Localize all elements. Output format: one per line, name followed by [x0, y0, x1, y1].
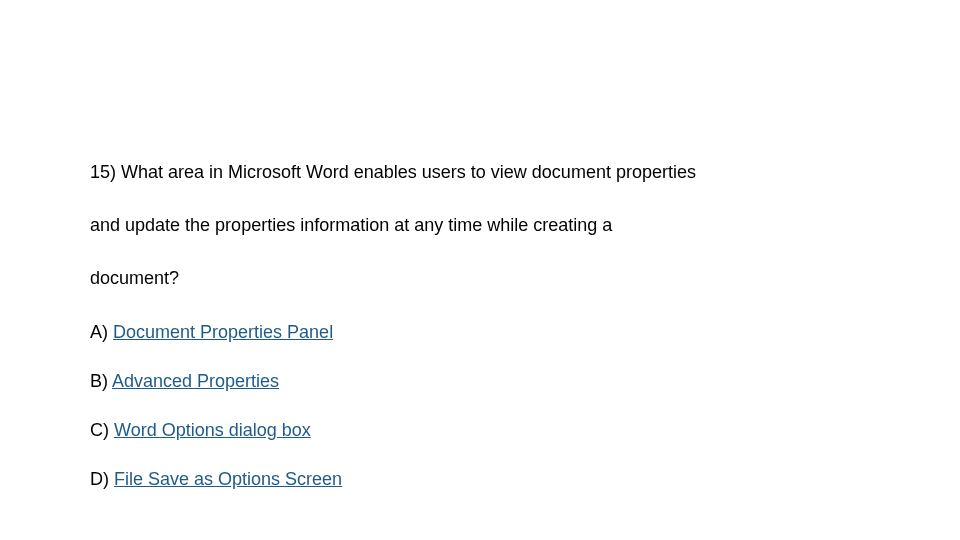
option-a: A) Document Properties Panel: [90, 320, 870, 345]
question-text-line-2: and update the properties information at…: [90, 213, 870, 238]
option-a-prefix: A): [90, 322, 113, 342]
option-c-prefix: C): [90, 420, 114, 440]
option-b-link[interactable]: Advanced Properties: [112, 371, 279, 391]
option-b-prefix: B): [90, 371, 112, 391]
option-c: C) Word Options dialog box: [90, 418, 870, 443]
question-text-line-3: document?: [90, 266, 870, 291]
option-a-link[interactable]: Document Properties Panel: [113, 322, 333, 342]
option-d-link[interactable]: File Save as Options Screen: [114, 469, 342, 489]
option-b: B) Advanced Properties: [90, 369, 870, 394]
question-block: 15) What area in Microsoft Word enables …: [90, 160, 870, 516]
option-d-prefix: D): [90, 469, 114, 489]
option-c-link[interactable]: Word Options dialog box: [114, 420, 311, 440]
option-d: D) File Save as Options Screen: [90, 467, 870, 492]
question-text-line-1: 15) What area in Microsoft Word enables …: [90, 160, 870, 185]
